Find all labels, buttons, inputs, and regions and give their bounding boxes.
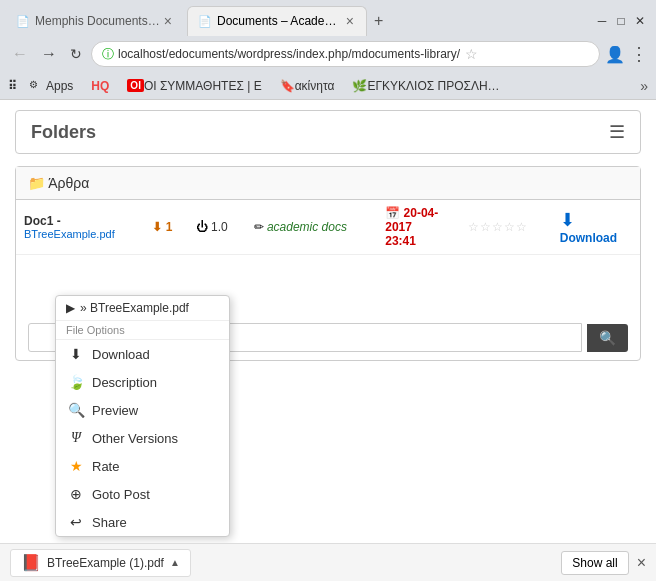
description-menu-label: Description: [92, 375, 157, 390]
table-row: Doc1 - BTreeExample.pdf ⬇ 1 ⏻: [16, 200, 640, 255]
download-chevron-icon[interactable]: ▲: [170, 557, 180, 568]
browser-frame: 📄 Memphis Documents Lib… × 📄 Documents –…: [0, 0, 656, 543]
bookmarks-more-button[interactable]: »: [640, 78, 648, 94]
tab-2-close[interactable]: ×: [344, 13, 356, 29]
akinita-icon: 🔖: [280, 79, 295, 93]
doc-category: academic docs: [267, 220, 347, 234]
context-item-description[interactable]: 🍃 Description: [56, 368, 229, 396]
date-line1: 20-04-: [404, 206, 439, 220]
download-item: 📕 BTreeExample (1).pdf ▲: [10, 549, 191, 577]
download-cloud-icon: ⬇: [560, 210, 575, 230]
preview-menu-icon: 🔍: [68, 402, 84, 418]
context-menu: ▶ » BTreeExample.pdf File Options ⬇ Down…: [55, 295, 230, 537]
tab-2-icon: 📄: [198, 15, 212, 28]
context-menu-section: File Options: [56, 321, 229, 340]
hamburger-menu-icon[interactable]: ☰: [609, 121, 625, 143]
address-bar: ← → ↻ ⓘ localhost/edocuments/wordpress/i…: [0, 36, 656, 72]
doc-version: 1.0: [211, 220, 228, 234]
doc-stars-cell: ☆☆☆☆☆: [460, 200, 551, 255]
articles-section: 📁 Άρθρα Doc1 - BTreeExample.pdf ⬇: [15, 166, 641, 361]
oi-label: ΟΙ: [127, 79, 144, 92]
power-icon: ⏻: [196, 220, 208, 234]
search-button[interactable]: 🔍: [587, 324, 628, 352]
versions-menu-label: Other Versions: [92, 431, 178, 446]
window-controls: ─ □ ✕: [595, 14, 651, 28]
download-link[interactable]: Download: [560, 231, 617, 245]
date-line3: 23:41: [385, 234, 416, 248]
context-menu-file: ▶ » BTreeExample.pdf: [56, 296, 229, 321]
back-button[interactable]: ←: [8, 43, 32, 65]
pencil-icon: ✏: [254, 220, 264, 234]
menu-button[interactable]: ⋮: [630, 43, 648, 65]
context-item-rate[interactable]: ★ Rate: [56, 452, 229, 480]
context-item-other-versions[interactable]: Ψ Other Versions: [56, 424, 229, 452]
rate-menu-icon: ★: [68, 458, 84, 474]
context-item-preview[interactable]: 🔍 Preview: [56, 396, 229, 424]
account-icon[interactable]: 👤: [605, 45, 625, 64]
doc-category-cell: ✏ academic docs: [246, 200, 378, 255]
doc-downloads-cell: ⬇ 1: [144, 200, 187, 255]
star-rating[interactable]: ☆☆☆☆☆: [468, 220, 528, 234]
rate-menu-label: Rate: [92, 459, 119, 474]
documents-table: Doc1 - BTreeExample.pdf ⬇ 1 ⏻: [16, 200, 640, 255]
tab-2-label: Documents – Academic…: [217, 14, 344, 28]
share-menu-icon: ↩: [68, 514, 84, 530]
oi-text: ΟΙ ΣΥΜΜΑΘΗΤΕΣ | Ε: [144, 79, 262, 93]
minimize-button[interactable]: ─: [595, 14, 609, 28]
download-menu-icon: ⬇: [68, 346, 84, 362]
folders-section: Folders ☰: [15, 110, 641, 154]
bookmark-oi[interactable]: ΟΙ ΟΙ ΣΥΜΜΑΘΗΤΕΣ | Ε: [121, 77, 267, 95]
document-library: Folders ☰ 📁 Άρθρα Doc1 - BTreeExample.pd…: [0, 100, 656, 371]
hq-label: HQ: [91, 79, 109, 93]
doc-version-cell: ⏻ 1.0: [188, 200, 246, 255]
tab-1[interactable]: 📄 Memphis Documents Lib… ×: [5, 6, 185, 36]
downloads-indicator: ⬇ 1: [152, 220, 172, 234]
apps-grid-icon[interactable]: ⠿: [8, 79, 17, 93]
tab-1-icon: 📄: [16, 15, 30, 28]
calendar-icon: 📅: [385, 206, 400, 220]
forward-button[interactable]: →: [37, 43, 61, 65]
tab-2[interactable]: 📄 Documents – Academic… ×: [187, 6, 367, 36]
context-item-share[interactable]: ↩ Share: [56, 508, 229, 536]
close-button[interactable]: ✕: [633, 14, 647, 28]
folders-title: Folders: [31, 122, 96, 143]
doc-name-sub[interactable]: BTreeExample.pdf: [24, 228, 136, 240]
bookmark-apps-label: Apps: [46, 79, 73, 93]
bookmark-akinita[interactable]: 🔖 ακίνητα: [274, 77, 341, 95]
url-bar[interactable]: ⓘ localhost/edocuments/wordpress/index.p…: [91, 41, 600, 67]
context-file-label: » BTreeExample.pdf: [80, 301, 189, 315]
maximize-button[interactable]: □: [614, 14, 628, 28]
new-tab-button[interactable]: +: [369, 12, 388, 30]
download-count: 1: [166, 220, 173, 234]
akinita-label: ακίνητα: [295, 79, 335, 93]
articles-title: Άρθρα: [48, 175, 89, 191]
description-menu-icon: 🍃: [68, 374, 84, 390]
bookmarks-bar: ⠿ ⚙ Apps HQ ΟΙ ΟΙ ΣΥΜΜΑΘΗΤΕΣ | Ε 🔖 ακίνη…: [0, 72, 656, 100]
section-label: File Options: [66, 324, 125, 336]
egkyklios-label: ΕΓΚΥΚΛΙΟΣ ΠΡΟΣΛΗ…: [367, 79, 499, 93]
refresh-button[interactable]: ↻: [66, 44, 86, 64]
close-download-bar-button[interactable]: ×: [637, 554, 646, 572]
title-bar: 📄 Memphis Documents Lib… × 📄 Documents –…: [0, 0, 656, 36]
doc-name: Doc1 -: [24, 214, 136, 228]
bookmark-apps[interactable]: ⚙ Apps: [23, 77, 79, 95]
bookmark-hq[interactable]: HQ: [85, 77, 115, 95]
tab-1-close[interactable]: ×: [162, 13, 174, 29]
download-menu-label: Download: [92, 347, 150, 362]
bookmark-icon[interactable]: ☆: [465, 46, 478, 62]
versions-menu-icon: Ψ: [68, 430, 84, 446]
share-menu-label: Share: [92, 515, 127, 530]
page-content: Folders ☰ 📁 Άρθρα Doc1 - BTreeExample.pd…: [0, 100, 656, 543]
tab-1-label: Memphis Documents Lib…: [35, 14, 162, 28]
file-icon: ▶: [66, 301, 75, 315]
context-item-goto-post[interactable]: ⊕ Goto Post: [56, 480, 229, 508]
date-line2: 2017: [385, 220, 412, 234]
doc-download-cell: ⬇ Download: [552, 200, 640, 255]
doc-name-cell: Doc1 - BTreeExample.pdf: [16, 200, 144, 255]
secure-icon: ⓘ: [102, 46, 114, 63]
egkyklios-icon: 🌿: [352, 79, 367, 93]
bookmark-egkyklios[interactable]: 🌿 ΕΓΚΥΚΛΙΟΣ ΠΡΟΣΛΗ…: [346, 77, 505, 95]
show-all-button[interactable]: Show all: [561, 551, 628, 575]
articles-header: 📁 Άρθρα: [16, 167, 640, 200]
context-item-download[interactable]: ⬇ Download: [56, 340, 229, 368]
